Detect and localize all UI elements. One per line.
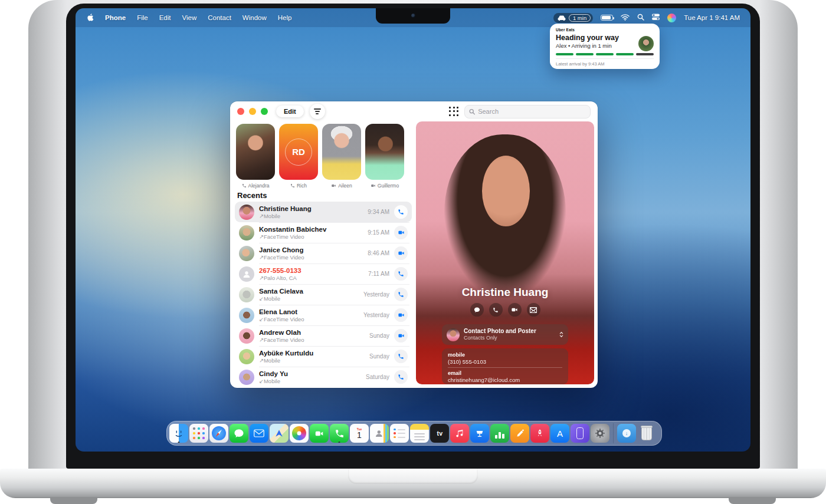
keynote-icon[interactable]: [470, 424, 489, 443]
phone-icon: [493, 307, 499, 313]
video-call-button[interactable]: [394, 226, 408, 239]
menu-item-contact[interactable]: Contact: [208, 14, 231, 21]
widget-footer: Latest arrival by 9:43 AM: [556, 58, 654, 67]
recent-row-cindy-yu[interactable]: Cindy Yu↙Mobile Saturday: [235, 367, 412, 387]
chevron-up-down-icon: [559, 330, 563, 340]
downloads-folder-icon[interactable]: ↓: [617, 424, 636, 443]
call-button[interactable]: [394, 370, 408, 384]
recent-row-andrew-olah[interactable]: Andrew Olah↗FaceTime Video Sunday: [235, 325, 412, 346]
apple-menu-icon[interactable]: [86, 13, 94, 23]
favorite-rich[interactable]: RD Rich: [279, 124, 318, 189]
rocket-glyph: [535, 429, 545, 438]
reminders-icon[interactable]: [390, 424, 409, 443]
recent-row-elena-lanot[interactable]: Elena Lanot↙FaceTime Video Yesterday: [235, 305, 412, 325]
system-settings-icon[interactable]: [591, 424, 609, 443]
pages-icon[interactable]: [510, 424, 529, 443]
menu-item-help[interactable]: Help: [278, 14, 292, 21]
menu-item-window[interactable]: Window: [242, 14, 267, 21]
display-notch: [376, 8, 450, 24]
person-icon: [242, 269, 251, 279]
dock: Tue 1 tv A: [166, 421, 662, 446]
favorite-aileen[interactable]: Aileen: [322, 124, 361, 189]
trash-icon[interactable]: [637, 424, 656, 443]
safari-icon[interactable]: [209, 424, 228, 443]
messages-icon[interactable]: [230, 424, 248, 443]
call-button[interactable]: [394, 205, 408, 219]
call-type: ↙Mobile: [259, 378, 288, 384]
app-store-icon[interactable]: A: [550, 424, 569, 443]
phone-icon: [290, 183, 295, 188]
mobile-value[interactable]: (310) 555-0103: [448, 358, 562, 365]
close-button[interactable]: [237, 108, 244, 115]
favorite-monogram-card: RD: [279, 124, 318, 180]
facetime-icon[interactable]: [310, 424, 329, 443]
search-input[interactable]: [478, 108, 586, 115]
message-button[interactable]: [470, 303, 484, 317]
call-time: Yesterday: [363, 291, 389, 298]
calendar-icon[interactable]: Tue 1: [350, 424, 369, 443]
finder-icon[interactable]: [169, 424, 188, 443]
video-icon: [398, 312, 405, 318]
menu-item-file[interactable]: File: [137, 14, 148, 21]
traffic-lights: [237, 108, 268, 115]
recent-row-santa-cielava[interactable]: Santa Cielava↙Mobile Yesterday: [235, 284, 412, 305]
phone-app-icon[interactable]: [330, 424, 349, 443]
uber-eats-live-activity[interactable]: Uber Eats Heading your way Alex • Arrivi…: [550, 24, 660, 69]
numbers-icon[interactable]: [490, 424, 509, 443]
download-arrow-icon: ↓: [622, 429, 631, 437]
notes-icon[interactable]: [410, 424, 429, 443]
video-call-button[interactable]: [394, 329, 408, 342]
edit-button[interactable]: Edit: [276, 106, 304, 117]
photos-icon[interactable]: [290, 424, 309, 443]
laptop-foot: [729, 497, 776, 504]
call-button[interactable]: [394, 350, 408, 363]
camera-dot: [411, 14, 415, 18]
control-center-icon[interactable]: [652, 14, 660, 22]
video-call-button[interactable]: [508, 303, 522, 317]
favorite-alejandra[interactable]: Alejandra: [236, 124, 275, 189]
launchpad-icon[interactable]: [189, 424, 208, 443]
video-call-button[interactable]: [394, 246, 408, 260]
filter-button[interactable]: [310, 104, 325, 119]
menu-item-phone[interactable]: Phone: [105, 14, 126, 21]
zoom-button[interactable]: [261, 108, 268, 115]
video-call-button[interactable]: [394, 308, 408, 322]
favorite-guillermo[interactable]: Guillermo: [365, 124, 404, 189]
contacts-icon[interactable]: [370, 424, 389, 443]
call-button[interactable]: [394, 288, 408, 301]
call-button[interactable]: [394, 267, 408, 281]
siri-icon[interactable]: [667, 14, 676, 22]
apple-tv-icon[interactable]: tv: [430, 424, 449, 443]
wifi-icon[interactable]: [621, 14, 630, 22]
iphone-mirroring-icon[interactable]: [571, 424, 589, 443]
recent-row-christine-huang[interactable]: Christine Huang↗Mobile 9:34 AM: [235, 202, 412, 222]
keypad-button[interactable]: [449, 107, 459, 117]
menu-bar-clock[interactable]: Tue Apr 1 9:41 AM: [684, 14, 740, 21]
avatar: [239, 328, 254, 344]
email-value[interactable]: christinehuang7@icloud.com: [448, 377, 562, 383]
favorite-name: Aileen: [338, 183, 352, 189]
menu-item-view[interactable]: View: [182, 14, 197, 21]
recent-row-unknown-number[interactable]: 267-555-0133↗Palo Alto, CA 7:11 AM: [235, 263, 412, 284]
maps-icon[interactable]: [270, 424, 289, 443]
mail-icon[interactable]: [250, 424, 268, 443]
phone-icon: [398, 353, 404, 360]
caller-name: 267-555-0133: [259, 267, 301, 274]
macbook: Phone File Edit View Contact Window Help…: [0, 0, 826, 504]
recent-row-konstantin-babichev[interactable]: Konstantin Babichev↗FaceTime Video 9:15 …: [235, 222, 412, 243]
music-icon[interactable]: [450, 424, 469, 443]
mail-button[interactable]: [527, 303, 540, 317]
search-field[interactable]: [464, 105, 591, 118]
recent-row-janice-chong[interactable]: Janice Chong↗FaceTime Video 8:46 AM: [235, 243, 412, 263]
avatar: [447, 328, 460, 341]
contact-poster-selector[interactable]: Contact Photo and Poster Contacts Only: [442, 324, 568, 345]
ride-live-activity[interactable]: 1 min: [553, 13, 593, 23]
call-button[interactable]: [489, 303, 503, 317]
recent-row-aybuke-kurtuldu[interactable]: Aybüke Kurtuldu↗Mobile Sunday: [235, 346, 412, 367]
chat-bubble: [234, 428, 244, 439]
menu-item-edit[interactable]: Edit: [159, 14, 171, 21]
minimize-button[interactable]: [249, 108, 256, 115]
rocket-icon[interactable]: [530, 424, 549, 443]
battery-icon[interactable]: [601, 15, 613, 21]
search-icon[interactable]: [637, 14, 644, 22]
